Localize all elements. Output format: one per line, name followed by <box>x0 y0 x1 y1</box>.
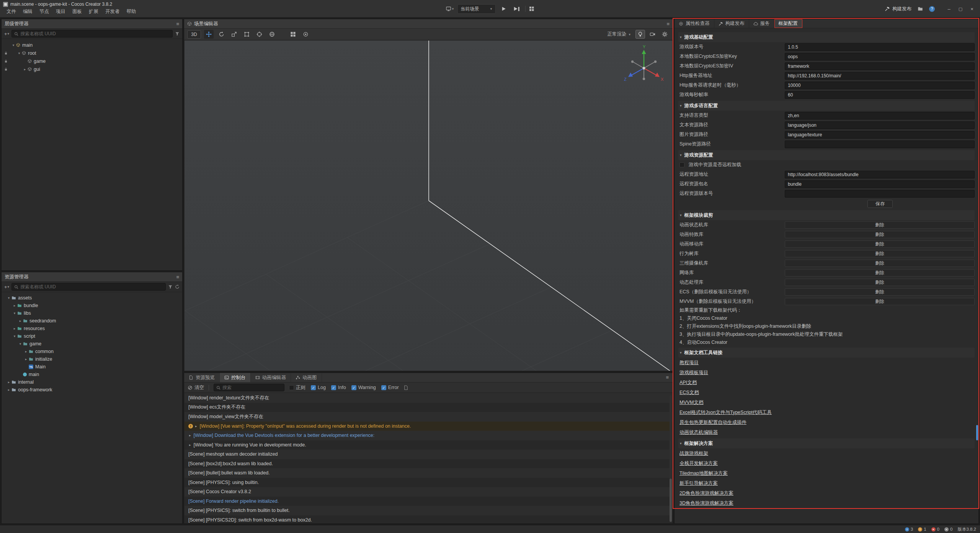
delete-button[interactable]: 删除 <box>785 298 975 305</box>
menu-item[interactable]: 节点 <box>36 8 52 16</box>
checkbox-icon[interactable] <box>679 162 684 167</box>
doc-link[interactable]: 动画状态机编辑器 <box>679 429 718 436</box>
menu-item[interactable]: 扩展 <box>85 8 102 16</box>
filter-icon[interactable] <box>175 31 180 36</box>
status-notice-count[interactable]: • 0 <box>944 527 952 531</box>
assets-search-input[interactable] <box>20 284 163 289</box>
collapse-arrow-icon[interactable]: ▾ <box>680 104 682 108</box>
property-input[interactable] <box>785 53 975 60</box>
menu-item[interactable]: 面板 <box>69 8 85 16</box>
scene-viewport[interactable]: Y X Z <box>185 41 672 371</box>
expand-toggle-icon[interactable]: ▾ <box>16 51 22 55</box>
render-mode-select[interactable]: 正常渲染 ▾ <box>605 31 633 38</box>
expand-toggle-icon[interactable]: ▸ <box>18 319 23 323</box>
rect-tool-button[interactable] <box>242 30 252 39</box>
console-filter[interactable]: ✓Warning <box>351 385 376 390</box>
scene-settings-button[interactable] <box>660 30 670 39</box>
collapse-arrow-icon[interactable]: ▾ <box>680 213 682 217</box>
asset-node[interactable]: TSMain <box>2 363 182 371</box>
panel-menu-icon[interactable]: ≡ <box>666 374 669 380</box>
scene-select[interactable]: 当前场景 ▾ <box>457 4 495 14</box>
expand-toggle-icon[interactable]: ▸ <box>6 388 11 392</box>
expand-toggle-icon[interactable]: ▸ <box>12 304 17 307</box>
delete-button[interactable]: 删除 <box>785 279 975 286</box>
expand-toggle-icon[interactable]: ▸ <box>195 424 197 428</box>
menu-item[interactable]: 项目 <box>52 8 69 16</box>
doc-link[interactable]: 游戏模板项目 <box>679 370 708 376</box>
inspector-tab[interactable]: 构建发布 <box>714 19 749 28</box>
console-filter[interactable]: 正则 <box>289 384 305 391</box>
collapse-arrow-icon[interactable]: ▾ <box>680 35 682 39</box>
inspector-tab[interactable]: 框架配置 <box>774 19 802 28</box>
doc-link[interactable]: 全栈开发解决方案 <box>679 460 718 467</box>
property-input[interactable] <box>785 121 975 129</box>
menu-item[interactable]: 文件 <box>3 8 20 16</box>
asset-node[interactable]: ▾script <box>2 332 182 340</box>
snap-settings-button[interactable] <box>288 30 298 39</box>
panel-menu-icon[interactable]: ≡ <box>666 21 670 27</box>
minimize-button[interactable]: – <box>943 0 955 18</box>
add-asset-button[interactable]: +▾ <box>4 284 9 290</box>
doc-link[interactable]: ECS文档 <box>679 389 699 396</box>
menu-item[interactable]: 编辑 <box>20 8 36 16</box>
layout-grid-button[interactable] <box>529 6 534 11</box>
doc-link[interactable]: 战旗游戏框架 <box>679 450 708 457</box>
asset-node[interactable]: ▸resources <box>2 325 182 332</box>
section-header[interactable]: ▾框架解决方案 <box>678 438 975 448</box>
panel-menu-icon[interactable]: ≡ <box>176 21 179 27</box>
pivot-toggle-button[interactable] <box>255 30 264 39</box>
expand-toggle-icon[interactable]: ▸ <box>22 67 28 71</box>
orientation-gizmo[interactable]: Y X Z <box>621 44 667 90</box>
console-scrollbar[interactable] <box>670 395 672 522</box>
scene-light-toggle[interactable] <box>635 30 645 39</box>
status-warning-count[interactable]: ! 1 <box>918 527 926 531</box>
doc-link[interactable]: 教程项目 <box>679 360 699 366</box>
coordinate-space-button[interactable] <box>267 30 277 39</box>
inspector-tab[interactable]: 服务 <box>749 19 774 28</box>
lock-icon[interactable] <box>4 59 8 63</box>
doc-link[interactable]: MVVM文档 <box>679 399 704 406</box>
property-input[interactable] <box>785 190 975 198</box>
delete-button[interactable]: 删除 <box>785 288 975 296</box>
export-log-icon[interactable] <box>403 385 408 390</box>
expand-toggle-icon[interactable]: ▸ <box>12 327 17 330</box>
asset-node[interactable]: main <box>2 371 182 378</box>
console-filter[interactable]: ✓Info <box>331 385 346 390</box>
expand-toggle-icon[interactable]: ▾ <box>11 43 16 47</box>
property-input[interactable] <box>785 112 975 119</box>
expand-toggle-icon[interactable]: ▾ <box>18 342 23 346</box>
hierarchy-node[interactable]: game <box>2 57 182 65</box>
property-input[interactable] <box>785 43 975 51</box>
hierarchy-node[interactable]: ▾root <box>2 49 182 57</box>
property-input[interactable] <box>785 171 975 178</box>
hierarchy-search-input[interactable] <box>20 31 170 36</box>
console-log-row[interactable]: ▸[Window] Download the Vue Devtools exte… <box>185 431 672 440</box>
section-header[interactable]: ▾游戏基础配置 <box>678 32 975 42</box>
doc-link[interactable]: Excel格式转Json文件与TypeScript代码工具 <box>679 409 772 416</box>
console-tab[interactable]: 资源预览 <box>184 373 220 382</box>
console-log-row[interactable]: !▸[Window] [Vue warn]: Property "onInput… <box>185 422 672 431</box>
rotate-tool-button[interactable] <box>217 30 226 39</box>
asset-node[interactable]: ▸internal <box>2 378 182 386</box>
asset-node[interactable]: ▸bundle <box>2 302 182 309</box>
collapse-arrow-icon[interactable]: ▾ <box>680 441 682 445</box>
platform-select-button[interactable]: ▾ <box>446 6 454 11</box>
section-header[interactable]: ▾框架文档工具链接 <box>678 348 975 358</box>
expand-toggle-icon[interactable]: ▾ <box>12 334 17 338</box>
asset-node[interactable]: ▸seedrandom <box>2 317 182 325</box>
clear-console-button[interactable]: 清空 <box>188 384 204 391</box>
property-input[interactable] <box>785 82 975 89</box>
property-input[interactable] <box>785 62 975 70</box>
build-publish-button[interactable]: 构建发布 <box>885 6 911 12</box>
delete-button[interactable]: 删除 <box>785 269 975 276</box>
mode-3d-button[interactable]: 3D <box>187 30 201 39</box>
expand-toggle-icon[interactable]: ▸ <box>23 350 29 353</box>
menu-item[interactable]: 开发者 <box>102 8 123 16</box>
step-button[interactable] <box>512 4 521 14</box>
console-tab[interactable]: 动画编辑器 <box>251 373 291 382</box>
gizmo-settings-button[interactable] <box>301 30 310 39</box>
status-error-count[interactable]: × 0 <box>931 527 939 531</box>
asset-node[interactable]: ▸oops-framework <box>2 386 182 394</box>
expand-toggle-icon[interactable]: ▸ <box>23 357 29 361</box>
hierarchy-node[interactable]: ▾main <box>2 41 182 49</box>
